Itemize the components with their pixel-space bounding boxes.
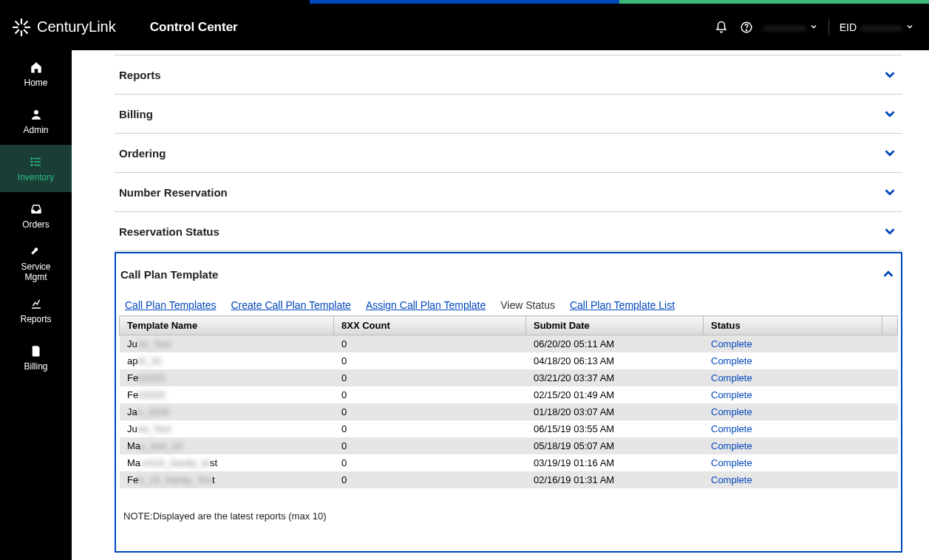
chevron-up-icon: [880, 266, 896, 282]
cell-submit-date: 02/15/20 01:49 AM: [526, 386, 704, 403]
eid-label: EID: [840, 21, 857, 33]
sidebar-item-billing[interactable]: Billing: [0, 334, 72, 381]
chevron-down-icon: [809, 21, 818, 33]
cell-count: 0: [334, 420, 526, 437]
th-template-name[interactable]: Template Name: [120, 316, 334, 335]
user-name: ————: [764, 21, 806, 33]
status-link[interactable]: Complete: [711, 457, 752, 468]
cell-template-name: June_Test: [120, 420, 334, 437]
status-link[interactable]: Complete: [711, 372, 752, 383]
cell-template-name: June_Test: [120, 335, 334, 353]
cell-submit-date: 03/21/20 03:37 AM: [526, 369, 704, 386]
subtab-create[interactable]: Create Call Plan Template: [231, 299, 350, 311]
status-link[interactable]: Complete: [711, 474, 752, 485]
th-submit-date[interactable]: Submit Date: [526, 316, 704, 335]
cell-status: Complete: [704, 386, 882, 403]
chevron-down-icon: [882, 66, 898, 83]
svg-rect-2: [13, 26, 18, 27]
cell-count: 0: [334, 471, 526, 488]
bell-icon[interactable]: [714, 20, 729, 35]
cell-status: Complete: [704, 352, 882, 369]
home-icon: [29, 60, 44, 75]
user-menu[interactable]: ————: [764, 21, 818, 33]
svg-point-10: [34, 110, 38, 115]
accordion-title: Reservation Status: [119, 225, 220, 238]
th-8xx-count[interactable]: 8XX Count: [334, 316, 526, 335]
eid-menu[interactable]: EID ————: [840, 21, 914, 33]
eid-value: ————: [860, 21, 902, 33]
product-name: Control Center: [150, 20, 238, 35]
sidebar-item-inventory[interactable]: Inventory: [0, 145, 72, 192]
accordion-title: Number Reservation: [119, 186, 228, 199]
accordion-number-reservation[interactable]: Number Reservation: [115, 173, 902, 211]
top-accent-bar: [0, 0, 929, 4]
cell-template-name: Jan_2020: [120, 403, 334, 420]
status-link[interactable]: Complete: [711, 355, 752, 366]
accordion-title: Reports: [119, 69, 161, 81]
sidebar-item-reports[interactable]: Reports: [0, 287, 72, 334]
status-link[interactable]: Complete: [711, 389, 752, 400]
cell-count: 0: [334, 403, 526, 420]
sidebar-item-orders[interactable]: Orders: [0, 192, 72, 239]
inbox-icon: [29, 202, 44, 216]
cell-count: 0: [334, 369, 526, 386]
subtab-call-plan-templates[interactable]: Call Plan Templates: [125, 299, 216, 311]
sidebar-item-label: Inventory: [18, 172, 54, 182]
subtab-view-status[interactable]: View Status: [500, 299, 555, 311]
chevron-down-icon: [882, 223, 898, 239]
list-icon: [29, 154, 44, 169]
accordion-ordering[interactable]: Ordering: [115, 134, 902, 172]
subtab-row: Call Plan Templates Create Call Plan Tem…: [116, 295, 901, 315]
subtab-assign[interactable]: Assign Call Plan Template: [366, 299, 486, 311]
th-status[interactable]: Status: [704, 316, 882, 335]
cell-count: 0: [334, 352, 526, 369]
cell-count: 0: [334, 454, 526, 471]
cell-status: Complete: [704, 471, 882, 488]
cell-template-name: Feb2020: [120, 369, 334, 386]
accordion-call-plan-template[interactable]: Call Plan Template: [116, 253, 901, 295]
cell-submit-date: 06/20/20 05:11 AM: [526, 335, 704, 353]
table-row: Feb2020002/15/20 01:49 AMComplete: [120, 386, 898, 403]
chevron-down-icon: [882, 145, 898, 161]
global-header: CenturyLink Control Center ———— EID ————: [0, 4, 929, 50]
chevron-down-icon: [882, 106, 898, 122]
user-icon: [29, 107, 44, 122]
cell-count: 0: [334, 335, 526, 353]
sidebar-item-label: Admin: [23, 125, 48, 135]
accordion-call-plan-template-panel: Call Plan Template Call Plan Templates C…: [115, 252, 902, 553]
sidebar-item-label: Home: [24, 78, 47, 88]
table-row: april_20004/18/20 06:13 AMComplete: [120, 352, 898, 369]
accordion-title: Billing: [119, 108, 153, 120]
svg-rect-1: [21, 30, 22, 36]
cell-template-name: april_20: [120, 352, 334, 369]
sidebar-item-home[interactable]: Home: [0, 50, 72, 98]
accordion-title: Call Plan Template: [120, 268, 218, 281]
cell-status: Complete: [704, 420, 882, 437]
status-link[interactable]: Complete: [711, 440, 752, 451]
sidebar-item-admin[interactable]: Admin: [0, 98, 72, 145]
status-link[interactable]: Complete: [711, 338, 752, 349]
chart-icon: [29, 296, 44, 311]
subtab-list[interactable]: Call Plan Template List: [570, 299, 675, 311]
accordion-reports[interactable]: Reports: [115, 55, 902, 94]
svg-rect-4: [23, 20, 28, 25]
sidebar-item-service-mgmt[interactable]: Service Mgmt: [0, 239, 72, 287]
document-icon: [29, 344, 44, 358]
main-content: Reports Billing Ordering Number Reservat…: [72, 50, 929, 560]
accordion-billing[interactable]: Billing: [115, 95, 902, 133]
status-table: Template Name 8XX Count Submit Date Stat…: [119, 315, 898, 488]
cell-submit-date: 06/15/19 03:55 AM: [526, 420, 704, 437]
status-link[interactable]: Complete: [711, 406, 752, 417]
svg-rect-6: [15, 20, 20, 25]
accordion-reservation-status[interactable]: Reservation Status: [115, 212, 902, 250]
separator: [828, 19, 829, 35]
svg-point-16: [31, 165, 33, 166]
accordion-title: Ordering: [119, 147, 166, 160]
svg-point-14: [31, 158, 33, 160]
status-link[interactable]: Complete: [711, 423, 752, 434]
help-icon[interactable]: [739, 20, 754, 35]
table-note: NOTE:Displayed are the latest reports (m…: [116, 488, 901, 522]
cell-submit-date: 02/16/19 01:31 AM: [526, 471, 704, 488]
th-spacer: [882, 316, 898, 335]
svg-rect-0: [21, 18, 22, 24]
